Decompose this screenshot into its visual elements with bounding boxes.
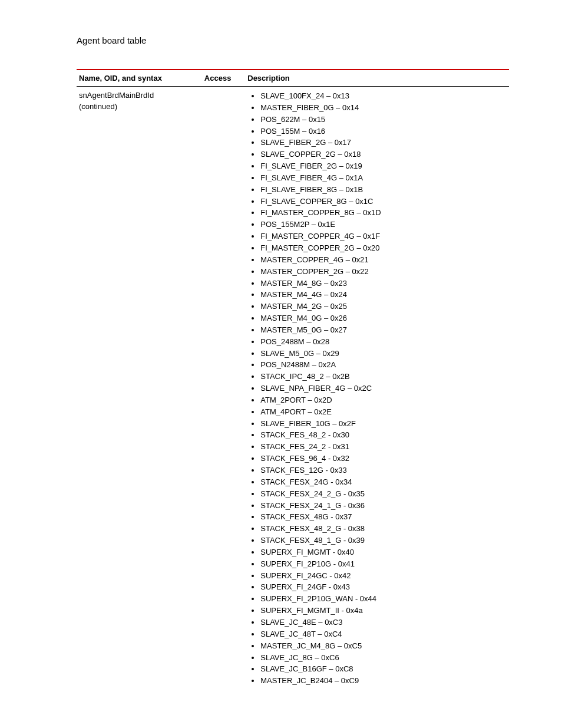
list-item: FI_SLAVE_COPPER_8G – 0x1C [260, 196, 507, 207]
list-item: SUPERX_FI_2P10G_WAN - 0x44 [260, 594, 507, 605]
list-item: STACK_FESX_48_1_G - 0x39 [260, 535, 507, 546]
list-item: SLAVE_NPA_FIBER_4G – 0x2C [260, 383, 507, 394]
list-item: SLAVE_JC_B16GF – 0xC8 [260, 664, 507, 675]
agent-board-table: Name, OID, and syntax Access Description… [77, 69, 509, 691]
list-item: POS_2488M – 0x28 [260, 337, 507, 348]
running-head: Agent board table [77, 35, 509, 45]
list-item: STACK_FES_48_2 - 0x30 [260, 430, 507, 441]
list-item: SLAVE_FIBER_2G – 0x17 [260, 137, 507, 149]
col-header-description: Description [245, 70, 509, 87]
list-item: SUPERX_FI_MGMT_II - 0x4a [260, 605, 507, 617]
list-item: MASTER_FIBER_0G – 0x14 [260, 103, 507, 114]
value-list: SLAVE_100FX_24 – 0x13MASTER_FIBER_0G – 0… [247, 91, 507, 687]
list-item: SLAVE_100FX_24 – 0x13 [260, 91, 507, 102]
table-header-row: Name, OID, and syntax Access Description [77, 70, 509, 87]
list-item: SUPERX_FI_24GF - 0x43 [260, 582, 507, 593]
list-item: MASTER_COPPER_2G – 0x22 [260, 266, 507, 278]
table-row: snAgentBrdMainBrdId (continued) SLAVE_10… [77, 87, 509, 691]
list-item: MASTER_M5_0G – 0x27 [260, 325, 507, 336]
list-item: STACK_FES_24_2 - 0x31 [260, 442, 507, 453]
list-item: ATM_4PORT – 0x2E [260, 407, 507, 418]
list-item: MASTER_M4_8G – 0x23 [260, 278, 507, 289]
object-name-continued: (continued) [79, 101, 200, 113]
list-item: MASTER_JC_B2404 – 0xC9 [260, 676, 507, 687]
list-item: SLAVE_FIBER_10G – 0x2F [260, 419, 507, 430]
list-item: POS_N2488M – 0x2A [260, 360, 507, 371]
document-page: Agent board table Name, OID, and syntax … [0, 0, 562, 726]
list-item: FI_SLAVE_FIBER_2G – 0x19 [260, 161, 507, 172]
list-item: STACK_FESX_24G - 0x34 [260, 477, 507, 488]
cell-description: SLAVE_100FX_24 – 0x13MASTER_FIBER_0G – 0… [245, 87, 509, 691]
list-item: FI_MASTER_COPPER_2G – 0x20 [260, 243, 507, 254]
list-item: STACK_FESX_24_2_G - 0x35 [260, 489, 507, 500]
list-item: POS_622M – 0x15 [260, 114, 507, 126]
list-item: MASTER_M4_2G – 0x25 [260, 301, 507, 312]
list-item: MASTER_COPPER_4G – 0x21 [260, 255, 507, 266]
list-item: FI_SLAVE_FIBER_4G – 0x1A [260, 173, 507, 184]
list-item: MASTER_M4_0G – 0x26 [260, 313, 507, 324]
list-item: FI_MASTER_COPPER_8G – 0x1D [260, 207, 507, 219]
list-item: STACK_FESX_24_1_G - 0x36 [260, 500, 507, 512]
list-item: SUPERX_FI_MGMT - 0x40 [260, 547, 507, 558]
list-item: SLAVE_JC_48T – 0xC4 [260, 629, 507, 640]
list-item: SLAVE_COPPER_2G – 0x18 [260, 149, 507, 160]
col-header-name: Name, OID, and syntax [77, 70, 202, 87]
list-item: SLAVE_JC_48E – 0xC3 [260, 617, 507, 628]
object-name: snAgentBrdMainBrdId [79, 90, 200, 101]
list-item: POS_155M2P – 0x1E [260, 219, 507, 230]
list-item: SUPERX_FI_24GC - 0x42 [260, 571, 507, 582]
cell-access [202, 87, 245, 691]
list-item: SLAVE_JC_8G – 0xC6 [260, 653, 507, 664]
list-item: FI_SLAVE_FIBER_8G – 0x1B [260, 185, 507, 196]
list-item: SLAVE_M5_0G – 0x29 [260, 348, 507, 360]
list-item: SUPERX_FI_2P10G - 0x41 [260, 559, 507, 570]
list-item: ATM_2PORT – 0x2D [260, 395, 507, 406]
list-item: POS_155M – 0x16 [260, 126, 507, 137]
list-item: STACK_FESX_48G - 0x37 [260, 512, 507, 523]
list-item: STACK_FES_12G - 0x33 [260, 465, 507, 476]
cell-name: snAgentBrdMainBrdId (continued) [77, 87, 202, 691]
list-item: STACK_FES_96_4 - 0x32 [260, 453, 507, 465]
list-item: MASTER_JC_M4_8G – 0xC5 [260, 641, 507, 652]
col-header-access: Access [202, 70, 245, 87]
list-item: STACK_FESX_48_2_G - 0x38 [260, 523, 507, 535]
list-item: FI_MASTER_COPPER_4G – 0x1F [260, 231, 507, 242]
list-item: MASTER_M4_4G – 0x24 [260, 289, 507, 301]
list-item: STACK_IPC_48_2 – 0x2B [260, 371, 507, 383]
